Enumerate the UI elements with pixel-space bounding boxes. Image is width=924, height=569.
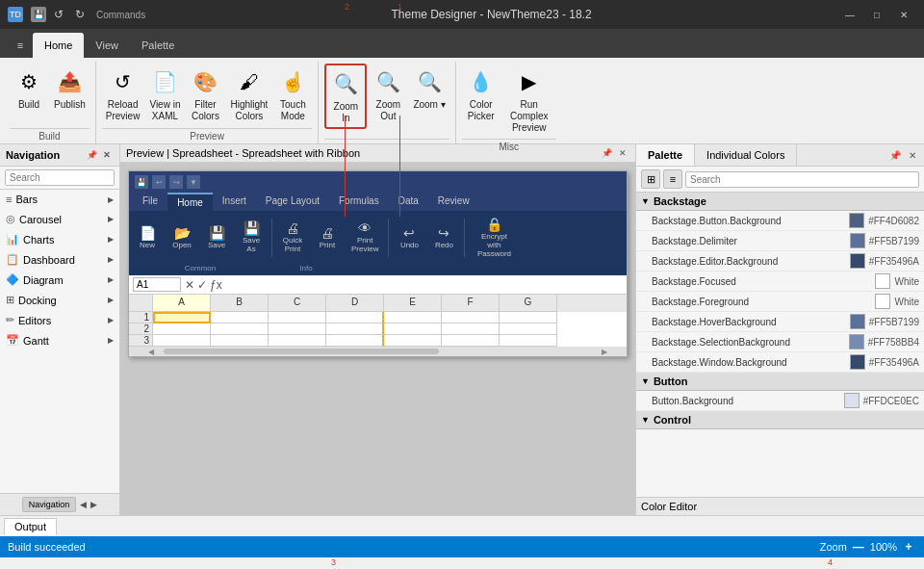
zoom-increase-button[interactable]: + [901,539,916,555]
ss-btn-save-as[interactable]: 💾 SaveAs [237,219,266,256]
touch-mode-button[interactable]: ☝ TouchMode [273,64,312,125]
ss-cell-g2[interactable] [500,323,557,335]
ss-cell-e3[interactable] [384,335,442,347]
right-search-input[interactable] [685,171,919,188]
ss-tab-formulas[interactable]: Formulas [329,193,389,211]
ss-cell-c2[interactable] [269,323,326,335]
tab-palette[interactable]: Palette [130,33,186,58]
save-icon-btn[interactable]: 💾 [31,7,46,22]
ss-cell-f3[interactable] [442,335,500,347]
ss-tab-page-layout[interactable]: Page Layout [256,193,329,211]
sidebar-item-docking[interactable]: ⊞ Docking ▶ [0,290,119,310]
zoom-button[interactable]: 🔍 Zoom ▾ [409,64,449,114]
ss-cell-a2[interactable] [153,323,211,335]
ss-tab-insert[interactable]: Insert [213,193,256,211]
list-view-button[interactable]: ≡ [663,169,682,189]
ss-cell-g3[interactable] [500,335,557,347]
color-picker-button[interactable]: 💧 ColorPicker [462,64,500,125]
color-row-backstage-hover-bg[interactable]: Backstage.HoverBackground #FF5B7199 [636,312,924,332]
ss-cell-g1[interactable] [500,312,557,323]
ss-cell-a3[interactable] [153,335,211,347]
ss-horizontal-scrollbar[interactable]: ◀ ▶ [129,347,627,356]
ss-cancel-icon[interactable]: ✕ [185,278,194,292]
ss-cell-d2[interactable] [326,323,384,335]
ss-cell-a1[interactable] [153,312,211,323]
ss-cell-b3[interactable] [211,335,269,347]
ss-menu-button[interactable]: ▼ [187,175,200,189]
ss-btn-encrypt[interactable]: 🔒 Encrypt withPassword [471,215,517,260]
ss-tab-file[interactable]: File [133,193,167,211]
build-button[interactable]: ⚙ Build [10,64,48,114]
color-row-backstage-delimiter[interactable]: Backstage.Delimiter #FF5B7199 [636,231,924,251]
ss-scroll-right-arrow[interactable]: ▶ [602,348,607,356]
ss-col-c[interactable]: C [269,295,326,312]
ss-cell-e1[interactable] [384,312,442,323]
nav-footer-tab[interactable]: Navigation [22,497,77,512]
color-row-backstage-foreground[interactable]: Backstage.Foreground White [636,292,924,312]
button-section-header[interactable]: ▼ Button [636,373,924,391]
ss-cell-ref-input[interactable] [133,277,181,292]
grid-view-button[interactable]: ⊞ [641,169,660,189]
sidebar-item-dashboard[interactable]: 📋 Dashboard ▶ [0,249,119,270]
undo-button[interactable]: ↺ [50,6,67,23]
color-editor-footer[interactable]: Color Editor [636,497,924,515]
ss-cell-f2[interactable] [442,323,500,335]
ss-cell-c1[interactable] [269,312,326,323]
ss-col-d[interactable]: D [326,295,384,312]
ss-btn-quick-print[interactable]: 🖨 QuickPrint [278,219,307,256]
ss-confirm-icon[interactable]: ✓ [197,278,207,292]
ss-btn-print-preview[interactable]: 👁 PrintPreview [347,219,382,256]
ss-cell-d3[interactable] [326,335,384,347]
backstage-section-header[interactable]: ▼ Backstage [636,193,924,211]
tab-view[interactable]: View [84,33,130,58]
ss-save-button[interactable]: 💾 [135,175,148,189]
ss-col-a[interactable]: A [153,295,211,312]
nav-scroll-left[interactable]: ◀ [80,500,87,509]
nav-scroll-right[interactable]: ▶ [90,500,97,509]
ss-cell-b2[interactable] [211,323,269,335]
ss-cell-f1[interactable] [442,312,500,323]
ss-btn-open[interactable]: 📂 Open [167,223,196,252]
sidebar-item-editors[interactable]: ✏ Editors ▶ [0,310,119,330]
ss-col-f[interactable]: F [442,295,500,312]
nav-pin-button[interactable]: 📌 [85,148,98,162]
ss-btn-print[interactable]: 🖨 Print [313,223,342,252]
color-row-backstage-selection-bg[interactable]: Backstage.SelectionBackground #FF758BB4 [636,332,924,352]
tab-home[interactable]: Home [33,33,84,58]
redo-button[interactable]: ↻ [71,6,89,23]
view-in-xaml-button[interactable]: 📄 View inXAML [145,64,184,125]
hamburger-menu[interactable]: ≡ [8,33,33,58]
ss-redo-button[interactable]: ↪ [169,175,183,189]
ss-cell-e2[interactable] [384,323,442,335]
maximize-button[interactable]: □ [864,5,889,24]
nav-search-input[interactable] [5,169,115,186]
ss-tab-review[interactable]: Review [428,193,479,211]
zoom-out-button[interactable]: 🔍 ZoomOut [369,64,407,125]
sidebar-item-carousel[interactable]: ◎ Carousel ▶ [0,209,119,229]
ss-cell-c3[interactable] [269,335,326,347]
sidebar-item-gantt[interactable]: 📅 Gantt ▶ [0,330,119,350]
publish-button[interactable]: 📤 Publish [50,64,90,114]
color-row-backstage-editor-bg[interactable]: Backstage.Editor.Background #FF35496A [636,251,924,272]
tab-palette[interactable]: Palette [636,144,695,166]
highlight-colors-button[interactable]: 🖌 HighlightColors [226,64,271,125]
preview-pin-button[interactable]: 📌 [600,148,613,158]
ss-cell-d1[interactable] [326,312,384,323]
color-row-backstage-button-bg[interactable]: Backstage.Button.Background #FF4D6082 [636,211,924,231]
color-row-backstage-focused[interactable]: Backstage.Focused White [636,272,924,292]
run-complex-preview-button[interactable]: ▶ Run ComplexPreview [502,64,556,137]
sidebar-item-charts[interactable]: 📊 Charts ▶ [0,229,119,249]
tab-individual-colors[interactable]: Individual Colors [695,144,797,166]
close-button[interactable]: ✕ [891,5,916,24]
ss-undo-button[interactable]: ↩ [152,175,166,189]
ss-col-g[interactable]: G [500,295,557,312]
color-row-button-bg[interactable]: Button.Background #FFDCE0EC [636,391,924,411]
reload-preview-button[interactable]: ↺ ReloadPreview [102,64,144,125]
output-tab[interactable]: Output [4,518,57,535]
ss-col-e[interactable]: E [384,295,442,312]
ss-col-b[interactable]: B [211,295,269,312]
preview-close-button[interactable]: ✕ [616,148,629,158]
zoom-in-button[interactable]: 🔍 ZoomIn [324,64,367,129]
minimize-button[interactable]: — [837,5,862,24]
ss-btn-redo[interactable]: ↪ Redo [429,223,458,252]
